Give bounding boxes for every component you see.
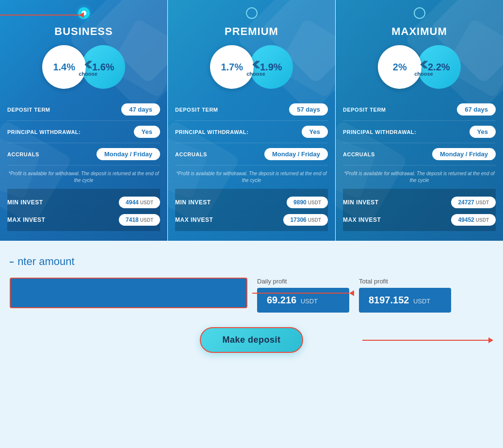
info-row: DEPOSIT TERM57 days	[175, 99, 328, 121]
invest-row: MAX INVEST49452USDT	[343, 211, 496, 229]
disclaimer-premium: *Profit is available for withdrawal. The…	[175, 170, 328, 184]
enter-section: nter amount 4944 Daily profit 69.216 USD…	[0, 241, 503, 363]
info-row: PRINCIPAL WITHDRAWAL:Yes	[175, 121, 328, 143]
rate-container-business: 1.4% choose1.6%	[7, 45, 160, 89]
plan-title-premium: PREMIUM	[225, 25, 278, 38]
info-row: PRINCIPAL WITHDRAWAL:Yes	[7, 121, 160, 143]
plan-card-premium[interactable]: PREMIUM1.7% choose1.9%DEPOSIT TERM57 day…	[168, 0, 335, 241]
daily-profit-amount: 69.216	[267, 295, 296, 305]
disclaimer-maximum: *Profit is available for withdrawal. The…	[343, 170, 496, 184]
deposit-button-wrap: Make deposit	[10, 327, 493, 353]
plans-section: BUSINESS1.4% choose1.6%DEPOSIT TERM47 da…	[0, 0, 503, 241]
info-row: DEPOSIT TERM47 days	[7, 99, 160, 121]
invest-row: MIN INVEST24727USDT	[343, 194, 496, 211]
invest-row: MIN INVEST9890USDT	[175, 194, 328, 211]
choose-label-premium[interactable]: choose	[246, 71, 265, 77]
plan-card-maximum[interactable]: MAXIMUM2% choose2.2%DEPOSIT TERM67 daysP…	[336, 0, 503, 241]
total-profit-amount: 8197.152	[369, 295, 409, 305]
info-row: ACCRUALSMonday / Friday	[343, 143, 496, 166]
total-profit-unit: USDT	[413, 298, 430, 305]
choose-label-maximum[interactable]: choose	[414, 71, 433, 77]
rate-container-premium: 1.7% choose1.9%	[175, 45, 328, 89]
plan-title-maximum: MAXIMUM	[391, 25, 447, 38]
total-profit-box: Total profit 8197.152 USDT	[359, 278, 451, 313]
make-deposit-button[interactable]: Make deposit	[200, 327, 303, 353]
plan-card-business[interactable]: BUSINESS1.4% choose1.6%DEPOSIT TERM47 da…	[0, 0, 167, 241]
info-row: PRINCIPAL WITHDRAWAL:Yes	[343, 121, 496, 143]
info-row: ACCRUALSMonday / Friday	[7, 143, 160, 166]
rate-container-maximum: 2% choose2.2%	[343, 45, 496, 89]
amount-input[interactable]: 4944	[10, 278, 247, 308]
amount-input-wrap: 4944	[10, 278, 247, 308]
daily-profit-unit: USDT	[301, 298, 318, 305]
info-row: DEPOSIT TERM67 days	[343, 99, 496, 121]
amount-red-arrow	[252, 290, 354, 296]
choose-label-business[interactable]: choose	[79, 71, 97, 77]
disclaimer-business: *Profit is available for withdrawal. The…	[7, 170, 160, 184]
plan-title-business: BUSINESS	[54, 25, 113, 38]
total-profit-value-box: 8197.152 USDT	[359, 288, 451, 313]
invest-row: MAX INVEST7418USDT	[7, 211, 160, 229]
invest-row: MAX INVEST17306USDT	[175, 211, 328, 229]
daily-profit-label: Daily profit	[257, 278, 349, 285]
invest-row: MIN INVEST4944USDT	[7, 194, 160, 211]
deposit-red-arrow	[362, 337, 493, 343]
total-profit-label: Total profit	[359, 278, 451, 285]
info-row: ACCRUALSMonday / Friday	[175, 143, 328, 166]
enter-title: nter amount	[10, 255, 75, 268]
plan-radio-maximum[interactable]	[414, 7, 425, 19]
plan-radio-premium[interactable]	[246, 7, 258, 19]
